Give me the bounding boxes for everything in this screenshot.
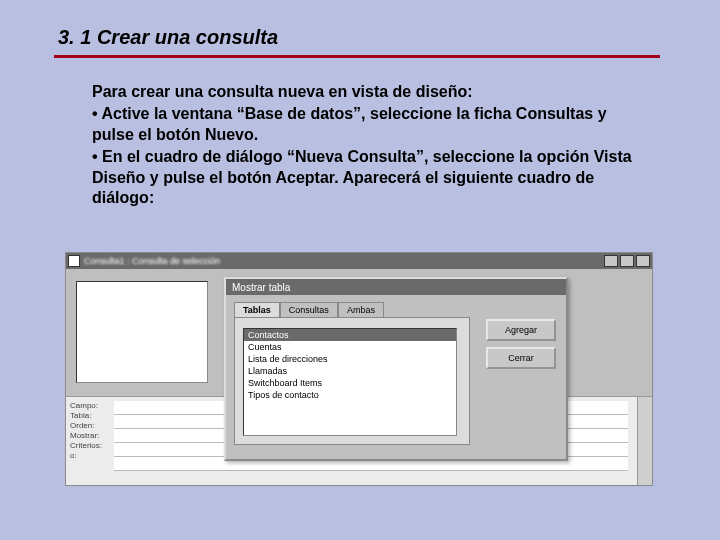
grid-label: Orden: — [70, 421, 102, 430]
grid-label: Tabla: — [70, 411, 102, 420]
grid-label: Campo: — [70, 401, 102, 410]
list-item[interactable]: Llamadas — [244, 365, 456, 377]
intro-line: Para crear una consulta nueva en vista d… — [92, 82, 632, 102]
grid-label: Mostrar: — [70, 431, 102, 440]
dialog-tabs: Tablas Consultas Ambas — [234, 301, 566, 316]
tables-listbox[interactable]: Contactos Cuentas Lista de direcciones L… — [243, 328, 457, 436]
dialog-panel: Contactos Cuentas Lista de direcciones L… — [234, 317, 470, 445]
window-control-buttons — [604, 255, 650, 267]
grid-row-labels: Campo: Tabla: Orden: Mostrar: Criterios:… — [70, 401, 102, 460]
tab-ambas[interactable]: Ambas — [338, 302, 384, 317]
screenshot-area: Consulta1 : Consulta de selección Campo:… — [66, 253, 652, 485]
section-title: 3. 1 Crear una consulta — [58, 26, 720, 49]
dialog-buttons: Agregar Cerrar — [486, 319, 556, 369]
list-item[interactable]: Contactos — [244, 329, 456, 341]
bullet-1: • Active la ventana “Base de datos”, sel… — [92, 104, 632, 145]
close-button[interactable] — [636, 255, 650, 267]
grid-scrollbar[interactable] — [637, 397, 652, 485]
maximize-button[interactable] — [620, 255, 634, 267]
minimize-button[interactable] — [604, 255, 618, 267]
dialog-title: Mostrar tabla — [226, 279, 566, 295]
title-area: 3. 1 Crear una consulta — [0, 0, 720, 49]
titlebar-left: Consulta1 : Consulta de selección — [68, 255, 220, 267]
list-item[interactable]: Cuentas — [244, 341, 456, 353]
show-table-dialog: Mostrar tabla Tablas Consultas Ambas Con… — [224, 277, 568, 461]
window-title: Consulta1 : Consulta de selección — [84, 256, 220, 266]
bullet-2: • En el cuadro de diálogo “Nueva Consult… — [92, 147, 632, 208]
query-window-titlebar: Consulta1 : Consulta de selección — [66, 253, 652, 269]
add-button[interactable]: Agregar — [486, 319, 556, 341]
slide: 3. 1 Crear una consulta Para crear una c… — [0, 0, 720, 540]
close-dialog-button[interactable]: Cerrar — [486, 347, 556, 369]
window-icon — [68, 255, 80, 267]
tab-tablas[interactable]: Tablas — [234, 302, 280, 317]
grid-label: o: — [70, 451, 102, 460]
list-item[interactable]: Switchboard Items — [244, 377, 456, 389]
tab-consultas[interactable]: Consultas — [280, 302, 338, 317]
body-text: Para crear una consulta nueva en vista d… — [0, 58, 632, 209]
field-list-box — [76, 281, 208, 383]
list-item[interactable]: Lista de direcciones — [244, 353, 456, 365]
grid-label: Criterios: — [70, 441, 102, 450]
list-item[interactable]: Tipos de contacto — [244, 389, 456, 401]
